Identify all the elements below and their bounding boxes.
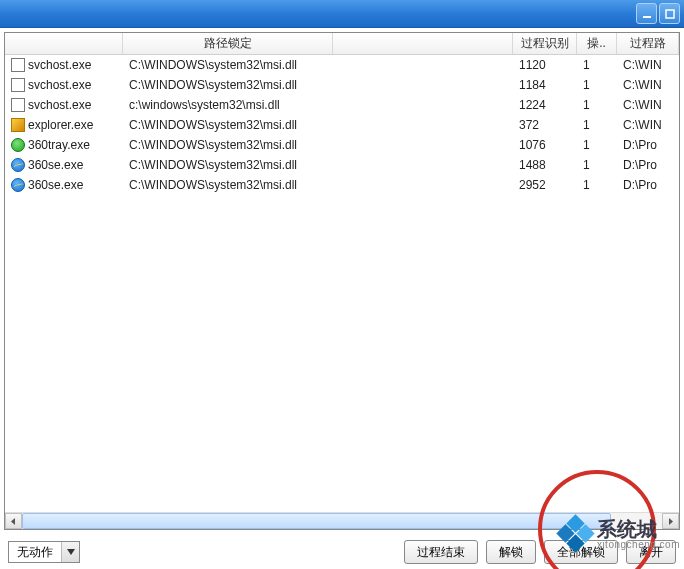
cell-ppath: D:\Pro bbox=[617, 178, 679, 192]
cell-pid: 1224 bbox=[513, 98, 577, 112]
scroll-right-button[interactable] bbox=[662, 513, 679, 529]
process-name: 360se.exe bbox=[28, 158, 83, 172]
cell-name: svchost.exe bbox=[5, 58, 123, 72]
process-icon bbox=[11, 138, 25, 152]
cell-ppath: D:\Pro bbox=[617, 158, 679, 172]
cell-op: 1 bbox=[577, 158, 617, 172]
scroll-track[interactable] bbox=[22, 513, 662, 529]
leave-button[interactable]: 离开 bbox=[626, 540, 676, 564]
cell-path: c:\windows\system32\msi.dll bbox=[123, 98, 513, 112]
process-icon bbox=[11, 98, 25, 112]
cell-ppath: D:\Pro bbox=[617, 138, 679, 152]
table-row[interactable]: svchost.exeC:\WINDOWS\system32\msi.dll11… bbox=[5, 55, 679, 75]
table-row[interactable]: 360se.exeC:\WINDOWS\system32\msi.dll1488… bbox=[5, 155, 679, 175]
col-header-ppath[interactable]: 过程路 bbox=[617, 33, 679, 54]
cell-op: 1 bbox=[577, 118, 617, 132]
col-header-path[interactable]: 路径锁定 bbox=[123, 33, 333, 54]
scroll-left-button[interactable] bbox=[5, 513, 22, 529]
cell-path: C:\WINDOWS\system32\msi.dll bbox=[123, 78, 513, 92]
cell-path: C:\WINDOWS\system32\msi.dll bbox=[123, 118, 513, 132]
process-name: svchost.exe bbox=[28, 98, 91, 112]
process-name: svchost.exe bbox=[28, 58, 91, 72]
process-icon bbox=[11, 158, 25, 172]
process-name: svchost.exe bbox=[28, 78, 91, 92]
process-icon bbox=[11, 58, 25, 72]
cell-name: svchost.exe bbox=[5, 98, 123, 112]
maximize-icon bbox=[665, 9, 675, 19]
process-name: 360tray.exe bbox=[28, 138, 90, 152]
col-header-spacer[interactable] bbox=[333, 33, 513, 54]
col-header-pid[interactable]: 过程识别 bbox=[513, 33, 577, 54]
end-process-button[interactable]: 过程结束 bbox=[404, 540, 478, 564]
cell-name: svchost.exe bbox=[5, 78, 123, 92]
unlock-button[interactable]: 解锁 bbox=[486, 540, 536, 564]
cell-name: 360se.exe bbox=[5, 158, 123, 172]
cell-pid: 1076 bbox=[513, 138, 577, 152]
list-panel: 路径锁定 过程识别 操.. 过程路 svchost.exeC:\WINDOWS\… bbox=[4, 32, 680, 530]
process-name: 360se.exe bbox=[28, 178, 83, 192]
cell-ppath: C:\WIN bbox=[617, 118, 679, 132]
cell-op: 1 bbox=[577, 178, 617, 192]
minimize-icon bbox=[642, 9, 652, 19]
cell-pid: 2952 bbox=[513, 178, 577, 192]
process-icon bbox=[11, 78, 25, 92]
table-row[interactable]: explorer.exeC:\WINDOWS\system32\msi.dll3… bbox=[5, 115, 679, 135]
list-rows: svchost.exeC:\WINDOWS\system32\msi.dll11… bbox=[5, 55, 679, 195]
table-row[interactable]: svchost.exeC:\WINDOWS\system32\msi.dll11… bbox=[5, 75, 679, 95]
cell-ppath: C:\WIN bbox=[617, 58, 679, 72]
list-header[interactable]: 路径锁定 过程识别 操.. 过程路 bbox=[5, 33, 679, 55]
chevron-down-icon bbox=[61, 542, 79, 562]
cell-ppath: C:\WIN bbox=[617, 98, 679, 112]
scroll-thumb[interactable] bbox=[22, 513, 611, 529]
svg-rect-1 bbox=[666, 10, 674, 18]
horizontal-scrollbar[interactable] bbox=[5, 512, 679, 529]
action-select[interactable]: 无动作 bbox=[8, 541, 80, 563]
svg-rect-0 bbox=[643, 16, 651, 18]
cell-pid: 1120 bbox=[513, 58, 577, 72]
chevron-left-icon bbox=[10, 518, 17, 525]
table-row[interactable]: svchost.exec:\windows\system32\msi.dll12… bbox=[5, 95, 679, 115]
cell-op: 1 bbox=[577, 138, 617, 152]
table-row[interactable]: 360tray.exeC:\WINDOWS\system32\msi.dll10… bbox=[5, 135, 679, 155]
action-select-value: 无动作 bbox=[9, 544, 61, 561]
cell-path: C:\WINDOWS\system32\msi.dll bbox=[123, 138, 513, 152]
minimize-button[interactable] bbox=[636, 3, 657, 24]
cell-name: explorer.exe bbox=[5, 118, 123, 132]
cell-pid: 1184 bbox=[513, 78, 577, 92]
col-header-name[interactable] bbox=[5, 33, 123, 54]
cell-path: C:\WINDOWS\system32\msi.dll bbox=[123, 58, 513, 72]
cell-op: 1 bbox=[577, 58, 617, 72]
process-icon bbox=[11, 178, 25, 192]
bottom-toolbar: 无动作 过程结束 解锁 全部解锁 离开 bbox=[0, 534, 684, 564]
cell-name: 360se.exe bbox=[5, 178, 123, 192]
cell-path: C:\WINDOWS\system32\msi.dll bbox=[123, 158, 513, 172]
chevron-right-icon bbox=[667, 518, 674, 525]
table-row[interactable]: 360se.exeC:\WINDOWS\system32\msi.dll2952… bbox=[5, 175, 679, 195]
cell-ppath: C:\WIN bbox=[617, 78, 679, 92]
cell-pid: 1488 bbox=[513, 158, 577, 172]
process-listview[interactable]: 路径锁定 过程识别 操.. 过程路 svchost.exeC:\WINDOWS\… bbox=[5, 33, 679, 512]
unlock-all-button[interactable]: 全部解锁 bbox=[544, 540, 618, 564]
cell-path: C:\WINDOWS\system32\msi.dll bbox=[123, 178, 513, 192]
cell-op: 1 bbox=[577, 98, 617, 112]
titlebar bbox=[0, 0, 684, 28]
col-header-op[interactable]: 操.. bbox=[577, 33, 617, 54]
process-icon bbox=[11, 118, 25, 132]
process-name: explorer.exe bbox=[28, 118, 93, 132]
maximize-button[interactable] bbox=[659, 3, 680, 24]
cell-pid: 372 bbox=[513, 118, 577, 132]
cell-name: 360tray.exe bbox=[5, 138, 123, 152]
cell-op: 1 bbox=[577, 78, 617, 92]
